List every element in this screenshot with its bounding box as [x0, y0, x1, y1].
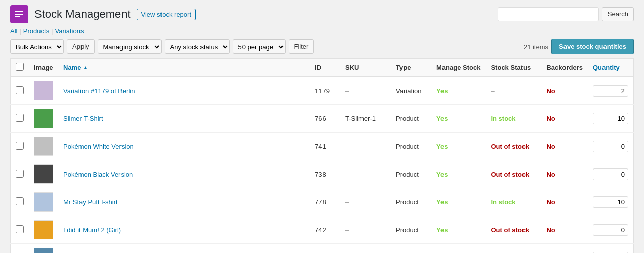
table-row: Variation #1179 of Berlin 1179 – Variati…: [11, 77, 634, 105]
quantity-input[interactable]: [593, 141, 628, 152]
row-backorders-cell: No: [541, 105, 588, 133]
row-quantity-cell: [588, 216, 634, 244]
managing-stock-select[interactable]: Managing stock: [98, 39, 162, 54]
product-name-link[interactable]: Slimer T-Shirt: [63, 115, 103, 122]
table-row: Slimer T-Shirt 766 T-Slimer-1 Product Ye…: [11, 105, 634, 133]
row-id-cell: 738: [310, 160, 340, 188]
row-name-cell: Final Fantasy Tactics A2: Grimoire of th…: [58, 244, 310, 254]
row-name-cell: Variation #1179 of Berlin: [58, 77, 310, 105]
row-stock-status-cell: In stock: [486, 105, 541, 133]
row-name-cell: Pokémon Black Version: [58, 160, 310, 188]
subnav: All | Products | Variations: [10, 27, 634, 35]
subnav-products[interactable]: Products: [23, 27, 49, 35]
sort-qty-link[interactable]: Quantity: [593, 64, 628, 71]
row-checkbox[interactable]: [16, 142, 24, 150]
row-checkbox-cell: [11, 133, 29, 160]
col-header-sku: SKU: [340, 59, 391, 77]
row-quantity-cell: [588, 77, 634, 105]
row-stock-status-cell: Out of stock: [486, 216, 541, 244]
col-header-type: Type: [391, 59, 431, 77]
row-checkbox-cell: [11, 244, 29, 254]
row-backorders-cell: No: [541, 77, 588, 105]
row-sku-cell: –: [340, 188, 391, 216]
row-quantity-cell: [588, 244, 634, 254]
row-image-cell: [29, 77, 58, 105]
subnav-variations[interactable]: Variations: [55, 27, 84, 35]
stock-status-select[interactable]: Any stock status: [165, 39, 230, 54]
row-sku-cell: –: [340, 133, 391, 160]
row-sku-cell: –: [340, 77, 391, 105]
col-header-id: ID: [310, 59, 340, 77]
row-image-cell: [29, 160, 58, 188]
product-thumbnail: [34, 109, 53, 128]
row-manage-stock-cell: Yes: [431, 244, 486, 254]
row-checkbox[interactable]: [16, 170, 24, 178]
view-stock-report-link[interactable]: View stock report: [137, 9, 196, 20]
filter-button[interactable]: Filter: [289, 39, 314, 54]
save-stock-button[interactable]: Save stock quantities: [551, 39, 634, 54]
col-header-image: Image: [29, 59, 58, 77]
row-type-cell: Product: [391, 188, 431, 216]
row-quantity-cell: [588, 188, 634, 216]
table-row: Pokémon White Version 741 – Product Yes …: [11, 133, 634, 160]
table-row: I did it Mum! 2 (Girl) 742 – Product Yes…: [11, 216, 634, 244]
quantity-input[interactable]: [593, 85, 628, 97]
row-image-cell: [29, 244, 58, 254]
row-type-cell: Product: [391, 216, 431, 244]
quantity-input[interactable]: [593, 113, 628, 124]
row-manage-stock-cell: Yes: [431, 77, 486, 105]
search-input[interactable]: [498, 7, 599, 21]
row-manage-stock-cell: Yes: [431, 216, 486, 244]
row-type-cell: Product: [391, 105, 431, 133]
row-checkbox[interactable]: [16, 86, 24, 94]
tablenav-top: Bulk Actions Apply Managing stock Any st…: [10, 39, 634, 54]
subnav-all[interactable]: All: [10, 27, 17, 35]
apply-button[interactable]: Apply: [67, 39, 95, 54]
row-checkbox-cell: [11, 105, 29, 133]
quantity-input[interactable]: [593, 196, 628, 208]
row-name-cell: Slimer T-Shirt: [58, 105, 310, 133]
quantity-input[interactable]: [593, 168, 628, 180]
row-checkbox-cell: [11, 216, 29, 244]
row-id-cell: 766: [310, 105, 340, 133]
sort-arrow-icon: ▲: [83, 65, 88, 70]
row-id-cell: 778: [310, 188, 340, 216]
product-thumbnail: [34, 137, 53, 156]
row-stock-status-cell: Out of stock: [486, 160, 541, 188]
product-thumbnail: [34, 192, 53, 212]
product-name-link[interactable]: Pokémon White Version: [63, 143, 134, 150]
sort-name-link[interactable]: Name ▲: [63, 64, 305, 71]
row-checkbox[interactable]: [16, 225, 24, 233]
per-page-select[interactable]: 50 per page: [233, 39, 286, 54]
row-id-cell: 742: [310, 216, 340, 244]
row-checkbox-cell: [11, 188, 29, 216]
row-backorders-cell: No: [541, 133, 588, 160]
row-stock-status-cell: In stock: [486, 188, 541, 216]
row-quantity-cell: [588, 105, 634, 133]
product-thumbnail: [34, 248, 53, 253]
quantity-input[interactable]: [593, 224, 628, 236]
row-id-cell: 1179: [310, 77, 340, 105]
col-header-quantity: Quantity: [588, 59, 634, 77]
product-thumbnail: [34, 164, 53, 184]
row-manage-stock-cell: Yes: [431, 105, 486, 133]
stock-table: Image Name ▲ ID SKU Type Manage Stock St…: [10, 58, 634, 253]
product-name-link[interactable]: Pokémon Black Version: [63, 171, 133, 178]
product-name-link[interactable]: I did it Mum! 2 (Girl): [63, 226, 121, 234]
product-name-link[interactable]: Mr Stay Puft t-shirt: [63, 198, 118, 206]
row-backorders-cell: No: [541, 188, 588, 216]
row-sku-cell: –: [340, 216, 391, 244]
row-checkbox[interactable]: [16, 114, 24, 122]
row-manage-stock-cell: Yes: [431, 188, 486, 216]
product-name-link[interactable]: Variation #1179 of Berlin: [63, 87, 135, 95]
row-checkbox[interactable]: [16, 197, 24, 205]
row-type-cell: Product: [391, 244, 431, 254]
bulk-actions-select[interactable]: Bulk Actions: [10, 39, 64, 54]
search-button[interactable]: Search: [602, 7, 634, 21]
row-image-cell: [29, 188, 58, 216]
table-row: Pokémon Black Version 738 – Product Yes …: [11, 160, 634, 188]
row-backorders-cell: No: [541, 244, 588, 254]
product-thumbnail: [34, 81, 53, 100]
select-all-checkbox[interactable]: [16, 63, 24, 71]
row-image-cell: [29, 105, 58, 133]
